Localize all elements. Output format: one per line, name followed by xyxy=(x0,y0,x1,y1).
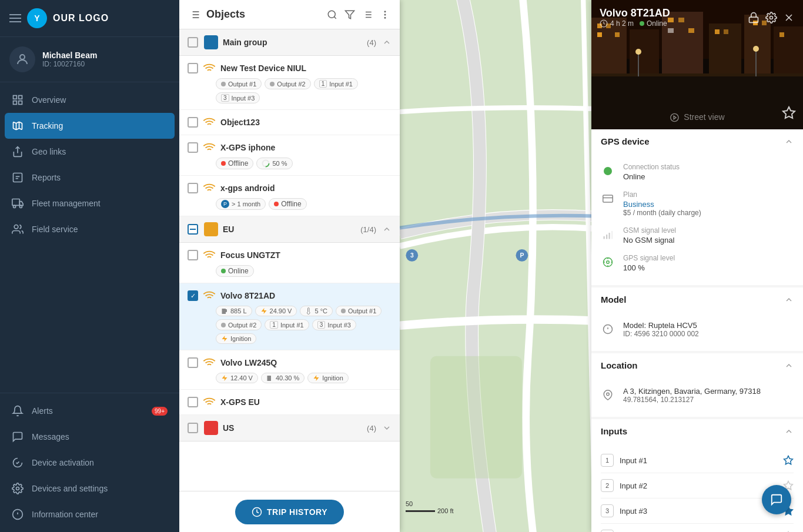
star-icon-input1[interactable] xyxy=(783,455,794,466)
filter-icon[interactable] xyxy=(344,9,355,20)
sidebar-item-geo-links[interactable]: Geo links xyxy=(0,139,179,165)
checkbox-x-gps-iphone[interactable] xyxy=(188,142,198,153)
object-name-x-gps-iphone: X-GPS iphone xyxy=(220,143,392,152)
svg-rect-1 xyxy=(14,96,17,99)
sidebar-item-tracking[interactable]: Tracking xyxy=(5,113,175,139)
device-title: Volvo 8T21AD xyxy=(600,7,742,19)
object-item-volvo-8t21ad[interactable]: Volvo 8T21AD 885 L 24.90 V 5 °C xyxy=(179,283,400,350)
objects-actions xyxy=(327,9,390,20)
object-name-volvo-lw245q: Volvo LW245Q xyxy=(220,358,392,367)
checkbox-x-gps-eu[interactable] xyxy=(188,397,198,407)
trip-history-button[interactable]: TRIP HISTORY xyxy=(235,500,344,524)
close-icon[interactable] xyxy=(783,12,795,24)
svg-text:P: P xyxy=(520,252,524,259)
object-item-x-gps-iphone[interactable]: X-GPS iphone Offline 50 % xyxy=(179,135,400,176)
svg-rect-93 xyxy=(604,236,605,239)
checkbox-object123[interactable] xyxy=(188,117,198,128)
object-item-object123[interactable]: Object123 xyxy=(179,110,400,135)
svg-marker-46 xyxy=(314,375,319,381)
search-icon[interactable] xyxy=(327,9,337,20)
tag: 3 Input #3 xyxy=(216,92,260,103)
svg-point-0 xyxy=(20,55,25,59)
object-tags-x-gps-android: P > 1 month Offline xyxy=(216,198,392,210)
more-options-icon[interactable] xyxy=(380,9,390,20)
svg-rect-78 xyxy=(591,73,803,76)
svg-point-23 xyxy=(328,11,335,18)
input-label-1: Input #1 xyxy=(620,456,647,465)
tag: Output #2 xyxy=(265,78,310,89)
favorite-button[interactable] xyxy=(782,106,796,122)
nav-bottom: Alerts 99+ Messages Device activation De… xyxy=(0,393,179,532)
group-checkbox-eu[interactable] xyxy=(188,224,198,235)
checkbox-focus-ungtzt[interactable] xyxy=(188,250,198,260)
checkbox-x-gps-android[interactable] xyxy=(188,183,198,193)
objects-list: Main group (4) New Test Device NIUL Outp… xyxy=(179,29,400,491)
svg-text:3: 3 xyxy=(410,252,414,259)
svg-point-30 xyxy=(384,14,386,15)
signal-icon-x-gps-eu xyxy=(203,396,216,409)
user-info: Michael Beam ID: 10027160 xyxy=(42,51,97,68)
section-gps-device-header[interactable]: GPS device xyxy=(591,129,803,153)
chat-button[interactable] xyxy=(762,485,791,514)
group-checkbox-main[interactable] xyxy=(188,37,198,48)
input-label-2: Input #2 xyxy=(620,481,647,490)
sidebar: Y OUR LOGO Michael Beam ID: 10027160 Ove… xyxy=(0,0,179,532)
group-name-eu: EU xyxy=(223,225,360,234)
object-item-new-test-device[interactable]: New Test Device NIUL Output #1 Output #2… xyxy=(179,56,400,110)
section-inputs-header[interactable]: Inputs xyxy=(591,419,803,443)
object-item-x-gps-eu[interactable]: X-GPS EU xyxy=(179,390,400,415)
chevron-up-icon-model xyxy=(784,295,794,305)
object-tags-volvo-lw245q: 12.40 V 40.30 % Ignition xyxy=(216,373,392,383)
sidebar-item-reports[interactable]: Reports xyxy=(0,165,179,190)
svg-rect-91 xyxy=(603,195,613,202)
sidebar-item-device-activation[interactable]: Device activation xyxy=(0,450,179,476)
settings-icon[interactable] xyxy=(765,12,777,24)
device-subtitle: 4 h 2 m Online xyxy=(600,19,742,28)
sidebar-item-devices-settings[interactable]: Devices and settings xyxy=(0,476,179,501)
svg-point-29 xyxy=(384,11,386,12)
group-checkbox-us[interactable] xyxy=(188,423,198,433)
tag-voltage: 24.90 V xyxy=(255,306,297,316)
section-model-header[interactable]: Model xyxy=(591,287,803,312)
input-number-4: 4 xyxy=(601,530,614,532)
sidebar-item-overview[interactable]: Overview xyxy=(0,87,179,113)
device-header: Street view Volvo 8T21AD 4 h 2 m Online xyxy=(591,0,803,129)
sidebar-item-fleet-management[interactable]: Fleet management xyxy=(0,190,179,216)
object-item-x-gps-android[interactable]: x-gps android P > 1 month Offline xyxy=(179,176,400,216)
tag-temp: 5 °C xyxy=(300,306,333,316)
sidebar-item-messages[interactable]: Messages xyxy=(0,424,179,450)
object-item-focus-ungtzt[interactable]: Focus UNGTZT Online xyxy=(179,243,400,283)
signal-icon-volvo8t21ad xyxy=(203,289,216,302)
sidebar-item-label: Information center xyxy=(32,510,98,519)
device-header-icons xyxy=(748,12,795,24)
tag-month: P > 1 month xyxy=(216,198,266,210)
svg-marker-90 xyxy=(783,107,795,118)
tag-offline: Offline xyxy=(216,158,253,169)
chevron-up-icon xyxy=(382,38,392,47)
sidebar-item-alerts[interactable]: Alerts 99+ xyxy=(0,398,179,424)
tag-online: Online xyxy=(216,265,254,277)
sidebar-item-field-service[interactable]: Field service xyxy=(0,216,179,242)
object-item-volvo-lw245q[interactable]: Volvo LW245Q 12.40 V 40.30 % Ignition xyxy=(179,350,400,390)
checkbox-volvo-8t21ad[interactable] xyxy=(188,290,198,301)
group-eu[interactable]: EU (1/4) xyxy=(179,216,400,243)
checkbox-new-test-device[interactable] xyxy=(188,63,198,73)
section-location-header[interactable]: Location xyxy=(591,353,803,377)
svg-point-10 xyxy=(14,205,16,208)
group-count-main: (4) xyxy=(367,38,376,47)
filter-list-icon[interactable] xyxy=(189,9,200,21)
detail-gps: GPS signal level 100 % xyxy=(601,249,794,277)
checkbox-volvo-lw245q[interactable] xyxy=(188,357,198,368)
section-gps-content: Connection status Online Plan Business $… xyxy=(591,153,803,285)
svg-rect-86 xyxy=(750,17,758,22)
svg-point-12 xyxy=(14,225,18,229)
group-main[interactable]: Main group (4) xyxy=(179,29,400,56)
sort-icon[interactable] xyxy=(362,9,373,20)
tag: Output #1 xyxy=(216,78,262,89)
group-us[interactable]: US (4) xyxy=(179,415,400,441)
signal-icon-x-gps-android xyxy=(203,182,216,195)
menu-toggle-icon[interactable] xyxy=(9,14,21,22)
signal-icon-x-gps-iphone xyxy=(203,141,216,154)
lock-icon[interactable] xyxy=(748,12,759,24)
sidebar-item-information-center[interactable]: Information center xyxy=(0,501,179,527)
